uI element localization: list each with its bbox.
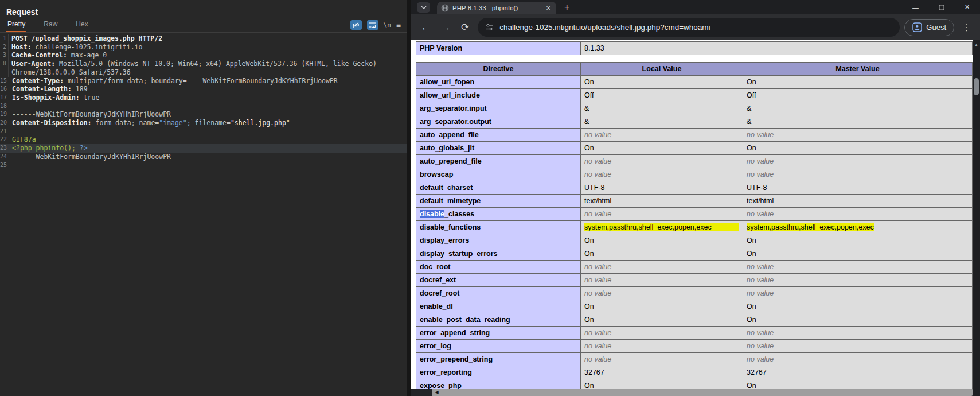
panel-divider — [407, 0, 411, 396]
line-text: Cache-Control: max-age=0 — [9, 51, 107, 60]
table-row: allow_url_fopenOnOn — [416, 76, 973, 89]
code-line[interactable]: 22GIF87a — [0, 135, 407, 144]
tab-close-icon[interactable]: ✕ — [545, 5, 552, 12]
local-value-cell: system,passthru,shell_exec,popen,exec — [581, 221, 743, 234]
code-line[interactable]: 15Content-Type: multipart/form-data; bou… — [0, 77, 407, 86]
code-line[interactable]: 20Content-Disposition: form-data; name="… — [0, 119, 407, 127]
phpinfo-page: PHP Version 8.1.33 Directive Local Value… — [411, 40, 973, 393]
profile-button[interactable]: Guest — [904, 19, 954, 36]
master-value-cell: UTF-8 — [743, 181, 973, 195]
page-content: PHP Version 8.1.33 Directive Local Value… — [411, 40, 980, 396]
local-value-cell: no value — [581, 327, 743, 340]
directive-cell: arg_separator.input — [416, 102, 581, 115]
code-line[interactable]: 3Cache-Control: max-age=0 — [0, 51, 407, 60]
directive-cell: arg_separator.output — [416, 115, 581, 129]
directive-cell: default_charset — [416, 181, 581, 195]
local-value-cell: UTF-8 — [581, 181, 743, 195]
code-line[interactable]: 17Is-Shoppix-Admin: true — [0, 94, 407, 102]
table-row: arg_separator.output&& — [416, 115, 973, 129]
local-value-cell: no value — [581, 340, 743, 353]
tab-raw[interactable]: Raw — [42, 18, 58, 32]
local-value-cell: 32767 — [581, 366, 743, 379]
line-text: ------WebKitFormBoundaryJdKYHhIRrjUoowPR — [9, 110, 171, 119]
code-line[interactable]: 8User-Agent: Mozilla/5.0 (Windows NT 10.… — [0, 60, 407, 68]
tab-pretty[interactable]: Pretty — [6, 18, 26, 32]
maximize-button[interactable] — [928, 0, 954, 14]
request-editor[interactable]: 1POST /upload_shoppix_images.php HTTP/22… — [0, 33, 407, 396]
soft-wrap-icon[interactable] — [367, 20, 378, 30]
scroll-up-arrow-icon[interactable]: ▲ — [973, 42, 980, 48]
code-line[interactable]: 2Host: challenge-1025.intigriti.io — [0, 43, 407, 52]
directive-cell: default_mimetype — [416, 195, 581, 208]
vertical-scrollbar[interactable]: ▲ — [973, 40, 980, 396]
line-number: 23 — [0, 144, 9, 153]
forward-icon[interactable]: → — [441, 22, 451, 33]
table-row: display_startup_errorsOnOn — [416, 247, 973, 261]
line-number: 1 — [0, 34, 9, 43]
close-button[interactable]: ✕ — [954, 0, 980, 14]
browser-tab[interactable]: PHP 8.1.33 - phpinfo() ✕ — [437, 2, 556, 14]
site-settings-icon[interactable] — [485, 24, 494, 31]
code-line[interactable]: 16Content-Length: 189 — [0, 85, 407, 94]
tab-search-button[interactable] — [417, 2, 430, 13]
directive-cell: docref_root — [416, 287, 581, 300]
line-number: 24 — [0, 153, 9, 161]
local-value-cell: On — [581, 300, 743, 313]
scroll-left-arrow-icon[interactable]: ◀ — [432, 389, 441, 396]
horizontal-scrollbar-thumb[interactable] — [441, 389, 973, 396]
browser-window: PHP 8.1.33 - phpinfo() ✕ + — ✕ ← → ⟳ cha… — [411, 0, 980, 396]
directives-table: Directive Local Value Master Value allow… — [416, 62, 973, 393]
directive-cell: allow_url_fopen — [416, 76, 581, 89]
browser-menu-icon[interactable]: ⋮ — [962, 22, 971, 33]
code-line[interactable]: Chrome/138.0.0.0 Safari/537.36 — [0, 68, 407, 77]
table-row: error_prepend_stringno valueno value — [416, 353, 973, 366]
code-line[interactable]: 21 — [0, 127, 407, 136]
reload-icon[interactable]: ⟳ — [461, 21, 469, 33]
table-header-row: Directive Local Value Master Value — [416, 63, 973, 76]
code-line[interactable]: 23<?php phpinfo(); ?> — [0, 144, 407, 153]
code-line[interactable]: 19------WebKitFormBoundaryJdKYHhIRrjUoow… — [0, 110, 407, 119]
vertical-scrollbar-thumb[interactable] — [974, 78, 979, 95]
line-number: 20 — [0, 119, 9, 127]
back-icon[interactable]: ← — [421, 22, 431, 33]
master-value-cell: no value — [743, 340, 973, 353]
master-value-cell: no value — [743, 208, 973, 221]
line-number: 22 — [0, 135, 9, 144]
new-tab-button[interactable]: + — [564, 3, 569, 12]
minimize-button[interactable]: — — [903, 0, 928, 14]
globe-favicon — [441, 4, 449, 12]
local-value-cell: Off — [581, 89, 743, 102]
code-line[interactable]: 25 — [0, 161, 407, 170]
table-row: browscapno valueno value — [416, 168, 973, 181]
local-value-cell: no value — [581, 261, 743, 274]
editor-menu-icon[interactable]: ≡ — [396, 21, 401, 29]
profile-label: Guest — [926, 23, 946, 32]
tab-hex[interactable]: Hex — [75, 18, 89, 32]
line-text: User-Agent: Mozilla/5.0 (Windows NT 10.0… — [9, 60, 377, 68]
code-line[interactable]: 24------WebKitFormBoundaryJdKYHhIRrjUoow… — [0, 153, 407, 161]
line-number: 2 — [0, 43, 9, 52]
code-line[interactable]: 1POST /upload_shoppix_images.php HTTP/2 — [0, 34, 407, 43]
line-number: 25 — [0, 161, 9, 170]
horizontal-scrollbar[interactable]: ◀ — [411, 389, 973, 396]
master-value-cell: On — [743, 247, 973, 261]
table-row: docref_rootno valueno value — [416, 287, 973, 300]
local-value-cell: no value — [581, 168, 743, 181]
directive-cell: auto_append_file — [416, 129, 581, 142]
line-text — [9, 127, 12, 136]
table-row: doc_rootno valueno value — [416, 261, 973, 274]
table-row: auto_append_fileno valueno value — [416, 129, 973, 142]
table-row: docref_extno valueno value — [416, 274, 973, 287]
code-line[interactable]: 18 — [0, 102, 407, 111]
table-row: error_logno valueno value — [416, 340, 973, 353]
table-row: default_charsetUTF-8UTF-8 — [416, 181, 973, 195]
address-bar[interactable]: challenge-1025.intigriti.io/uploads/shel… — [478, 18, 900, 37]
newline-toggle[interactable]: \n — [384, 21, 391, 29]
master-value-cell: On — [743, 300, 973, 313]
browser-tab-strip: PHP 8.1.33 - phpinfo() ✕ + — ✕ — [411, 0, 980, 14]
local-value-cell: text/html — [581, 195, 743, 208]
master-value-cell: no value — [743, 287, 973, 300]
line-number — [0, 68, 9, 77]
hide-nonprintable-icon[interactable] — [350, 20, 362, 30]
request-tab-bar: Pretty Raw Hex \n ≡ — [0, 19, 407, 33]
